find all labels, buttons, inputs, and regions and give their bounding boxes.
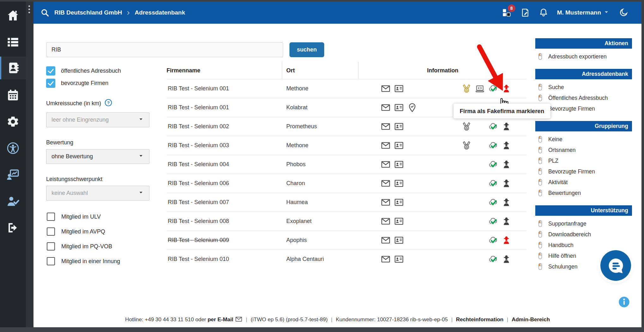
sidebar-item-address-book[interactable] xyxy=(0,57,26,79)
search-button[interactable]: suchen xyxy=(289,42,324,57)
search-input[interactable] xyxy=(46,42,283,57)
search-icon[interactable] xyxy=(40,8,49,17)
laptop-code-icon[interactable] xyxy=(475,84,485,94)
cloud-check-icon[interactable] xyxy=(488,84,498,94)
panel-link[interactable]: Ortsnamen xyxy=(535,145,632,155)
focus-dropdown[interactable]: keine Auswahl xyxy=(46,186,149,201)
table-row[interactable]: RIB Test - Selenium 007 Haumea xyxy=(167,193,527,212)
spy-icon[interactable] xyxy=(501,254,511,264)
contact-card-icon[interactable] xyxy=(394,178,404,188)
table-row[interactable]: RIB Test - Selenium 010 Alpha Centauri xyxy=(167,250,527,269)
mail-icon[interactable] xyxy=(381,235,391,245)
spy-icon[interactable] xyxy=(501,160,511,169)
contact-card-icon[interactable] xyxy=(394,122,404,131)
table-row[interactable]: RIB Test - Selenium 009 Apophis xyxy=(167,231,527,250)
panel-link-label: PLZ xyxy=(548,158,558,164)
table-row[interactable]: RIB Test - Selenium 006 Charon xyxy=(167,174,527,193)
panel-link[interactable]: Adressbuch exportieren xyxy=(535,51,632,62)
contact-card-icon[interactable] xyxy=(394,84,404,94)
panel-link[interactable]: Bevorzugte Firmen xyxy=(535,166,632,177)
mail-icon[interactable] xyxy=(381,141,391,150)
bell-icon[interactable] xyxy=(539,8,548,17)
panel-link[interactable]: Downloadbereich xyxy=(535,229,632,240)
contact-card-icon[interactable] xyxy=(394,160,404,169)
radius-dropdown[interactable]: leer ohne Eingrenzung xyxy=(46,112,149,127)
table-row[interactable]: RIB Test - Selenium 003 Methone xyxy=(167,136,527,155)
rating-dropdown[interactable]: ohne Bewertung xyxy=(46,149,149,164)
contact-card-icon[interactable] xyxy=(394,235,404,245)
sidebar-item-training[interactable] xyxy=(0,163,26,186)
mail-icon[interactable] xyxy=(381,160,391,169)
medal-icon[interactable] xyxy=(462,122,471,131)
panel-link[interactable]: Supportanfrage xyxy=(535,218,632,229)
medal-icon[interactable] xyxy=(462,141,471,150)
chat-button[interactable] xyxy=(600,250,631,281)
checkbox-address-0[interactable]: öffentliches Adressbuch xyxy=(46,66,163,75)
footer-email-link[interactable]: per E-Mail xyxy=(208,317,233,323)
sidebar-item-person-check[interactable] xyxy=(0,190,26,213)
spy-icon[interactable] xyxy=(501,178,511,188)
panel-link[interactable]: Keine xyxy=(535,134,632,145)
cloud-check-icon[interactable] xyxy=(488,141,498,150)
spy-icon[interactable] xyxy=(501,141,511,150)
panel-link[interactable]: Bewertungen xyxy=(535,188,632,198)
app-grid-icon[interactable]: 8 xyxy=(502,8,512,17)
mail-icon[interactable] xyxy=(381,254,391,264)
checkbox-membership-0[interactable]: Mitglied im ULV xyxy=(46,212,163,221)
sidebar-item-projects[interactable] xyxy=(0,31,26,53)
mail-icon[interactable] xyxy=(381,178,391,188)
focus-label: Leistungsschwerpunkt xyxy=(46,176,163,183)
table-row[interactable]: RIB Test - Selenium 008 Exoplanet xyxy=(167,212,527,231)
info-icon[interactable] xyxy=(618,296,630,308)
sidebar-item-accessibility[interactable] xyxy=(0,137,26,160)
spy-icon[interactable] xyxy=(501,197,511,207)
cloud-check-icon[interactable] xyxy=(488,122,498,131)
table-row[interactable]: RIB Test - Selenium 001 Methone xyxy=(167,79,527,98)
notebook-edit-icon[interactable] xyxy=(520,8,530,17)
cloud-check-icon[interactable] xyxy=(488,235,498,245)
sidebar-item-home[interactable] xyxy=(0,4,26,27)
cloud-check-icon[interactable] xyxy=(488,197,498,207)
user-menu[interactable]: M. Mustermann xyxy=(557,9,610,17)
spy-icon[interactable] xyxy=(501,122,511,131)
panel-link[interactable]: Suche xyxy=(535,82,632,93)
mail-icon[interactable] xyxy=(381,197,391,207)
contact-card-icon[interactable] xyxy=(394,141,404,150)
panel-link[interactable]: Handbuch xyxy=(535,240,632,251)
contact-card-icon[interactable] xyxy=(394,197,404,207)
sidebar-item-settings[interactable] xyxy=(0,110,26,133)
moon-icon[interactable] xyxy=(619,8,628,17)
table-row[interactable]: RIB Test - Selenium 002 Prometheus xyxy=(167,117,527,136)
sidebar-item-logout[interactable] xyxy=(0,216,26,239)
cloud-check-icon[interactable] xyxy=(488,216,498,226)
sidebar-item-calendar[interactable] xyxy=(0,84,26,106)
cloud-check-icon[interactable] xyxy=(488,178,498,188)
mail-icon[interactable] xyxy=(381,84,391,94)
mail-icon[interactable] xyxy=(381,216,391,226)
breadcrumb-company[interactable]: RIB Deutschland GmbH xyxy=(54,9,122,16)
panel-link[interactable]: Öffentliches Adressbuch xyxy=(535,93,632,103)
mail-icon[interactable] xyxy=(381,103,391,112)
checkbox-membership-3[interactable]: Mitglied in einer Innung xyxy=(46,257,163,266)
panel-link[interactable]: PLZ xyxy=(535,155,632,166)
checkbox-membership-2[interactable]: Mitglied im PQ-VOB xyxy=(46,242,163,251)
kebab-menu-icon[interactable] xyxy=(28,5,30,15)
location-check-icon[interactable] xyxy=(407,103,417,112)
checkbox-address-1[interactable]: bevorzugte Firmen xyxy=(46,78,163,88)
footer-rights-link[interactable]: Rechteinformation xyxy=(456,317,503,323)
spy-icon[interactable] xyxy=(501,84,511,94)
medal-icon[interactable] xyxy=(462,84,471,94)
mail-icon[interactable] xyxy=(381,122,391,131)
footer-admin-link[interactable]: Admin-Bereich xyxy=(512,317,550,323)
question-icon[interactable]: ? xyxy=(104,99,112,108)
checkbox-membership-1[interactable]: Mitglied im AVPQ xyxy=(46,227,163,236)
spy-icon[interactable] xyxy=(501,216,511,226)
contact-card-icon[interactable] xyxy=(394,216,404,226)
cloud-check-icon[interactable] xyxy=(488,160,498,169)
panel-link[interactable]: Aktivität xyxy=(535,177,632,188)
spy-icon[interactable] xyxy=(501,235,511,245)
contact-card-icon[interactable] xyxy=(394,254,404,264)
cloud-check-icon[interactable] xyxy=(488,254,498,264)
table-row[interactable]: RIB Test - Selenium 004 Phobos xyxy=(167,155,527,174)
contact-card-icon[interactable] xyxy=(394,103,404,112)
